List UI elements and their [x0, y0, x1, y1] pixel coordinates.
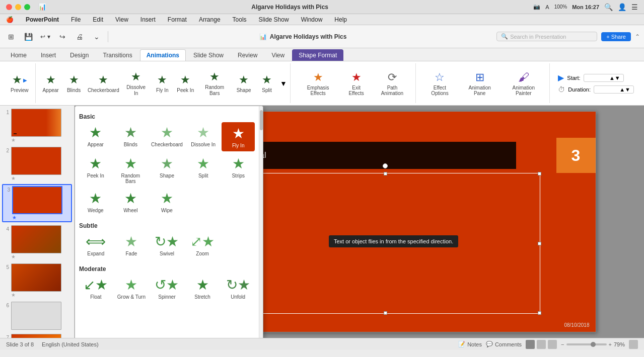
menu-icon[interactable]: ☰: [631, 3, 638, 11]
fit-slide-btn[interactable]: [629, 340, 638, 349]
print-button[interactable]: 🖨: [73, 30, 87, 44]
slide-thumb-2[interactable]: 2 ★: [2, 146, 72, 182]
anim-appear-btn[interactable]: ★ Appear: [40, 72, 62, 95]
handle-tm[interactable]: [384, 172, 387, 175]
window-controls[interactable]: [6, 4, 30, 10]
window-layout-button[interactable]: ⊞: [4, 30, 18, 44]
handle-br[interactable]: [538, 311, 541, 315]
anim-split-btn[interactable]: ★ Split: [256, 72, 278, 95]
slide-thumb-5[interactable]: 5 ★: [2, 262, 72, 299]
anim-stretch[interactable]: ★ Stretch: [186, 275, 220, 302]
search-icon[interactable]: 🔍: [604, 3, 613, 11]
undo-button[interactable]: ↩ ▾: [38, 30, 52, 44]
tab-shape-format[interactable]: Shape Format: [292, 49, 343, 61]
zoom-plus-icon[interactable]: +: [609, 341, 612, 347]
anim-flyin-btn[interactable]: ★ Fly In: [151, 72, 173, 95]
tab-design[interactable]: Design: [63, 49, 95, 61]
anim-dissolve-btn[interactable]: ★ Dissolve In: [122, 69, 150, 98]
anim-grow-turn[interactable]: ★ Grow & Turn: [115, 275, 149, 302]
anim-checkerboard-btn[interactable]: ★ Checkerboard: [86, 72, 121, 95]
reading-view-btn[interactable]: [548, 340, 557, 349]
animation-scrollbar[interactable]: [259, 106, 263, 338]
tab-animations[interactable]: Animations: [140, 49, 186, 61]
anim-unfold[interactable]: ↻★ Unfold: [221, 275, 255, 302]
maximize-button[interactable]: [24, 4, 30, 10]
redo-button[interactable]: ↪: [55, 30, 69, 44]
anim-wedge[interactable]: ★ Wedge: [79, 188, 112, 215]
menu-tools[interactable]: Tools: [231, 16, 249, 24]
preview-button[interactable]: ★ ▶ Preview: [8, 72, 31, 95]
slide-thumb-1[interactable]: 1 ★: [2, 108, 72, 144]
menu-slideshow[interactable]: Slide Show: [257, 16, 291, 24]
normal-view-btn[interactable]: [526, 340, 535, 349]
anim-appear[interactable]: ★ Appear: [79, 122, 112, 151]
menu-file[interactable]: File: [69, 16, 83, 24]
anim-dissolvein[interactable]: ★ Dissolve In: [187, 122, 220, 151]
more-animations-button[interactable]: ▼: [279, 78, 288, 88]
anim-swivel[interactable]: ↻★ Swivel: [150, 231, 184, 258]
chevron-up-icon[interactable]: ⌃: [635, 33, 640, 40]
minimize-button[interactable]: [15, 4, 21, 10]
emphasis-effects-btn[interactable]: ★ Emphasis Effects: [297, 69, 339, 98]
search-box[interactable]: 🔍 Search in Presentation: [496, 32, 597, 41]
duration-input[interactable]: ▲▼: [594, 85, 634, 94]
handle-bm[interactable]: [384, 311, 387, 315]
anim-zoom[interactable]: ⤢★ Zoom: [186, 231, 220, 258]
anim-peekin-btn[interactable]: ★ Peek In: [174, 72, 196, 95]
more-tools-button[interactable]: ⌄: [90, 30, 104, 44]
tab-insert[interactable]: Insert: [34, 49, 62, 61]
start-dropdown[interactable]: ▲▼: [584, 74, 624, 82]
slide-thumb-7[interactable]: 7 ★: [2, 333, 72, 338]
anim-float[interactable]: ↙★ Float: [79, 275, 113, 302]
menu-window[interactable]: Window: [299, 16, 325, 24]
tab-home[interactable]: Home: [4, 49, 33, 61]
save-button[interactable]: 💾: [21, 30, 35, 44]
anim-wheel[interactable]: ★ Wheel: [114, 188, 148, 215]
animation-painter-btn[interactable]: 🖌 Animation Painter: [502, 69, 545, 98]
share-button[interactable]: + Share: [601, 32, 631, 41]
anim-blinds[interactable]: ★ Blinds: [114, 122, 148, 151]
anim-peekin[interactable]: ★ Peek In: [79, 153, 112, 186]
slide-thumb-4[interactable]: 4 ★: [2, 224, 72, 260]
tab-transitions[interactable]: Transitions: [96, 49, 138, 61]
tab-slideshow[interactable]: Slide Show: [187, 49, 230, 61]
menu-arrange[interactable]: Arrange: [197, 16, 223, 24]
slide-thumb-6[interactable]: 6: [2, 301, 72, 331]
anim-wipe[interactable]: ★ Wipe: [149, 188, 185, 215]
menu-insert[interactable]: Insert: [138, 16, 158, 24]
menu-powerpoint[interactable]: PowerPoint: [24, 16, 61, 24]
menu-view[interactable]: View: [113, 16, 130, 24]
handle-mr[interactable]: [538, 242, 541, 245]
menu-format[interactable]: Format: [166, 16, 189, 24]
zoom-minus-icon[interactable]: −: [561, 341, 564, 347]
anim-blinds-btn[interactable]: ★ Blinds: [63, 72, 85, 95]
handle-tr[interactable]: [538, 172, 541, 175]
notes-button[interactable]: 📝 Notes: [458, 341, 482, 347]
anim-spinner[interactable]: ↺★ Spinner: [150, 275, 184, 302]
zoom-slider[interactable]: [566, 343, 607, 345]
anim-checkerboard[interactable]: ★ Checkerboard: [149, 122, 185, 151]
animation-pane-btn[interactable]: ⊞ Animation Pane: [460, 69, 499, 98]
tab-view[interactable]: View: [265, 49, 291, 61]
anim-shape[interactable]: ★ Shape: [149, 153, 185, 186]
anim-randombars-btn[interactable]: ★ Random Bars: [197, 69, 232, 98]
anim-flyin[interactable]: ★ Fly In: [222, 122, 255, 151]
anim-fade[interactable]: ★ Fade: [115, 231, 149, 258]
anim-expand[interactable]: ⟺ Expand: [79, 231, 113, 258]
menu-edit[interactable]: Edit: [91, 16, 105, 24]
rotation-handle[interactable]: [383, 163, 388, 168]
anim-strips[interactable]: ★ Strips: [222, 153, 255, 186]
tab-review[interactable]: Review: [231, 49, 264, 61]
exit-effects-btn[interactable]: ★ Exit Effects: [341, 69, 371, 98]
menu-help[interactable]: Help: [332, 16, 349, 24]
effect-options-btn[interactable]: ☆ Effect Options: [422, 69, 458, 98]
anim-split[interactable]: ★ Split: [187, 153, 220, 186]
comments-button[interactable]: 💬 Comments: [486, 341, 522, 347]
slide-thumb-3[interactable]: 3 ★: [2, 184, 72, 222]
grid-view-btn[interactable]: [537, 340, 546, 349]
close-button[interactable]: [6, 4, 12, 10]
anim-randombars[interactable]: ★ Random Bars: [114, 153, 148, 186]
user-icon[interactable]: 👤: [618, 3, 626, 11]
anim-shape-btn[interactable]: ★ Shape: [233, 72, 255, 95]
apple-menu[interactable]: 🍎: [4, 16, 16, 24]
